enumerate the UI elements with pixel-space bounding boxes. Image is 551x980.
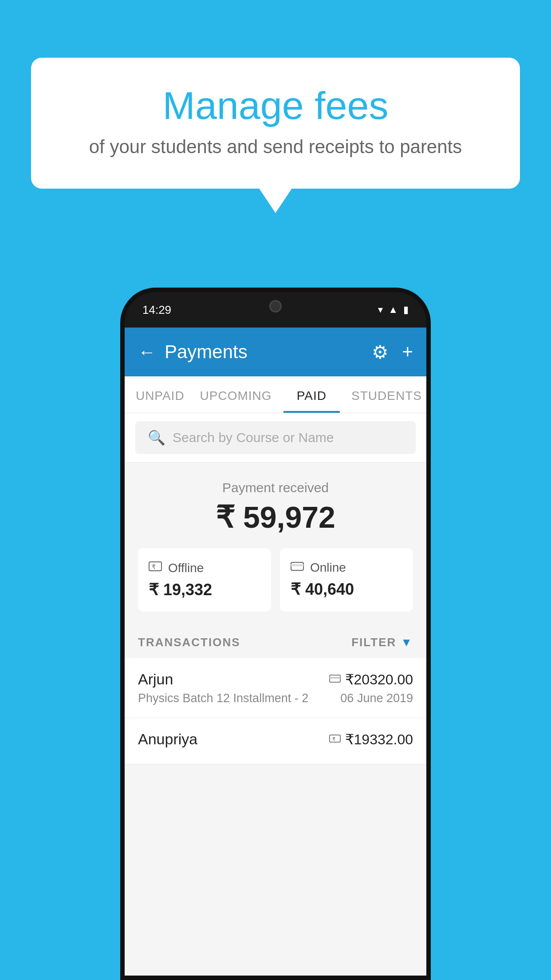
online-label: Online xyxy=(310,561,346,575)
online-payment-card: Online ₹ 40,640 xyxy=(280,548,413,612)
signal-icon: ▲ xyxy=(388,304,398,316)
transaction-name: Arjun xyxy=(138,671,173,688)
search-icon: 🔍 xyxy=(148,429,165,446)
svg-text:₹: ₹ xyxy=(152,563,156,570)
transaction-top-arjun: Arjun ₹20320.00 xyxy=(138,671,413,688)
notch-cutout xyxy=(240,292,311,316)
speech-bubble: Manage fees of your students and send re… xyxy=(31,58,520,189)
add-icon[interactable]: + xyxy=(402,341,413,363)
header-actions: ⚙ + xyxy=(372,341,413,363)
transaction-bottom-arjun: Physics Batch 12 Installment - 2 06 June… xyxy=(138,692,413,705)
transactions-label: TRANSACTIONS xyxy=(138,636,240,649)
search-placeholder: Search by Course or Name xyxy=(173,430,334,445)
transaction-name: Anupriya xyxy=(138,731,197,748)
svg-rect-5 xyxy=(330,677,340,679)
transaction-row[interactable]: Anupriya ₹ ₹19332.00 xyxy=(125,718,426,764)
offline-payment-card: ₹ Offline ₹ 19,332 xyxy=(138,548,271,612)
online-icon xyxy=(291,561,304,575)
transaction-amount-row: ₹20320.00 xyxy=(329,671,413,688)
online-amount: ₹ 40,640 xyxy=(291,580,402,599)
search-bar[interactable]: 🔍 Search by Course or Name xyxy=(135,421,416,454)
back-button[interactable]: ← xyxy=(138,342,156,362)
bubble-subtitle: of your students and send receipts to pa… xyxy=(67,136,484,158)
volume-up-button xyxy=(120,381,123,407)
tab-paid[interactable]: PAID xyxy=(276,376,347,413)
app-header: ← Payments ⚙ + xyxy=(125,328,426,376)
front-camera xyxy=(269,300,282,312)
online-card-header: Online xyxy=(291,561,402,575)
phone-frame: 14:29 ▾ ▲ ▮ ← Payments ⚙ + UNPAID xyxy=(120,288,431,980)
transactions-header: TRANSACTIONS FILTER ▼ xyxy=(125,625,426,658)
tab-upcoming[interactable]: UPCOMING xyxy=(196,376,276,413)
transaction-amount: ₹19332.00 xyxy=(345,731,413,748)
volume-down-button xyxy=(120,421,123,465)
tabs-bar: UNPAID UPCOMING PAID STUDENTS xyxy=(125,376,426,413)
tab-unpaid[interactable]: UNPAID xyxy=(125,376,196,413)
battery-icon: ▮ xyxy=(403,304,409,316)
silent-button xyxy=(120,478,123,523)
transaction-amount: ₹20320.00 xyxy=(345,671,413,688)
payment-received-label: Payment received xyxy=(138,480,413,495)
status-time: 14:29 xyxy=(142,303,171,317)
tab-students[interactable]: STUDENTS xyxy=(347,376,426,413)
phone-notch: 14:29 ▾ ▲ ▮ xyxy=(125,292,426,328)
transaction-course: Physics Batch 12 Installment - 2 xyxy=(138,692,308,705)
transaction-top-anupriya: Anupriya ₹ ₹19332.00 xyxy=(138,731,413,748)
offline-card-header: ₹ Offline xyxy=(149,561,260,575)
svg-text:₹: ₹ xyxy=(332,736,335,742)
payment-total-amount: ₹ 59,972 xyxy=(138,500,413,535)
payment-cards: ₹ Offline ₹ 19,332 xyxy=(138,548,413,612)
settings-icon[interactable]: ⚙ xyxy=(372,341,389,363)
transaction-amount-row: ₹ ₹19332.00 xyxy=(329,731,413,748)
transaction-date: 06 June 2019 xyxy=(340,692,413,705)
rupee-payment-icon: ₹ xyxy=(329,732,341,746)
search-container: 🔍 Search by Course or Name xyxy=(125,413,426,462)
filter-label: FILTER xyxy=(351,636,396,649)
status-icons: ▾ ▲ ▮ xyxy=(378,304,409,316)
speech-bubble-area: Manage fees of your students and send re… xyxy=(31,58,520,189)
power-button xyxy=(428,416,431,452)
offline-amount: ₹ 19,332 xyxy=(149,581,260,599)
phone-screen: ← Payments ⚙ + UNPAID UPCOMING PAID STUD… xyxy=(125,328,426,976)
header-title: Payments xyxy=(165,341,372,363)
filter-icon: ▼ xyxy=(401,636,413,649)
payment-summary: Payment received ₹ 59,972 ₹ Offline xyxy=(125,462,426,625)
offline-label: Offline xyxy=(168,561,204,575)
filter-button[interactable]: FILTER ▼ xyxy=(351,636,413,649)
bubble-title: Manage fees xyxy=(67,84,484,127)
svg-rect-3 xyxy=(291,564,303,566)
offline-icon: ₹ xyxy=(149,561,162,575)
transaction-row[interactable]: Arjun ₹20320.00 Physics Batch 12 Install… xyxy=(125,658,426,718)
wifi-icon: ▾ xyxy=(378,304,383,316)
card-payment-icon xyxy=(329,672,341,686)
